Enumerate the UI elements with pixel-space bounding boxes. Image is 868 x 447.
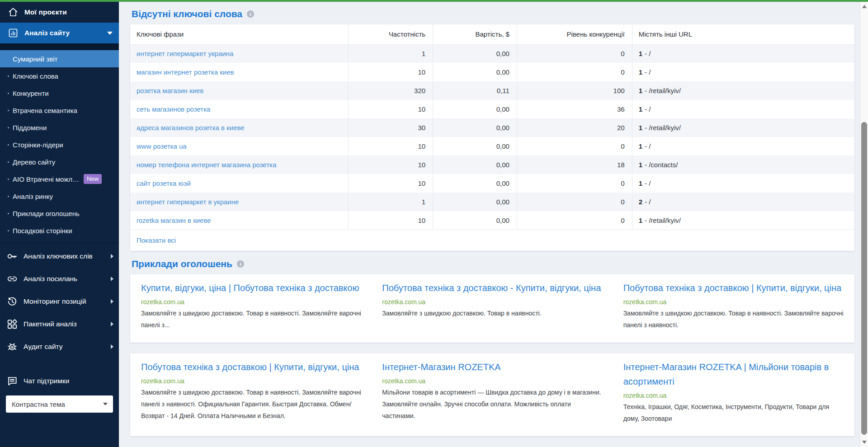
sidebar: Мої проєкти Аналіз сайту Сумарний звіт xyxy=(0,2,119,447)
url-path: - / xyxy=(645,68,651,76)
frequency-cell: 10 xyxy=(348,174,433,193)
ad-item: Інтернет-Магазин ROZETKA | Мільйони това… xyxy=(623,360,844,424)
table-row: сайт розетка юэй 10 0,00 0 1- / xyxy=(130,174,854,193)
keyword-link[interactable]: rozetka магазин в киеве xyxy=(137,216,211,224)
batch-grid-icon xyxy=(6,318,18,330)
col-header-other-urls: Містять інші URL xyxy=(632,24,854,44)
ads-card-row1: Купити, відгуки, ціна | Побутова техніка… xyxy=(130,274,854,343)
url-count: 1 xyxy=(639,142,642,150)
scroll-down-arrow-icon[interactable] xyxy=(862,441,867,444)
main-content: Відсутні ключові слова Ключові фрази Час… xyxy=(119,2,868,447)
urls-cell: 1- / xyxy=(632,44,854,63)
url-path: - /retail/kyiv/ xyxy=(645,216,681,224)
chevron-down-icon xyxy=(103,403,108,405)
info-icon[interactable] xyxy=(237,260,244,268)
ad-title-link[interactable]: Побутова техніка з доставкою | Купити, в… xyxy=(141,360,361,374)
submenu-item[interactable]: AIO Втрачені можл… New xyxy=(0,170,119,188)
competition-cell: 100 xyxy=(517,81,632,100)
sidebar-item-site-analysis[interactable]: Аналіз сайту xyxy=(0,23,119,43)
urls-cell: 1- /retail/kyiv/ xyxy=(632,118,854,137)
keyword-link[interactable]: магазин интернет розетка киев xyxy=(137,68,234,76)
sidebar-item-batch-analysis[interactable]: Пакетний аналіз xyxy=(0,313,119,335)
sidebar-item-label: Чат підтримки xyxy=(24,377,69,385)
ad-domain: rozetka.com.ua xyxy=(141,298,361,306)
bullet-icon xyxy=(8,161,9,163)
col-header-competition: Рівень конкуренції xyxy=(517,24,632,44)
ad-description: Техніка, Іграшки, Одяг, Косметика, Інстр… xyxy=(623,401,844,424)
keyword-link[interactable]: www розетка ua xyxy=(137,142,187,150)
keyword-link[interactable]: номер телефона интернет магазина розетка xyxy=(137,161,276,169)
url-count: 1 xyxy=(639,87,642,94)
home-icon xyxy=(8,7,19,18)
sidebar-item-keyword-analysis[interactable]: Аналіз ключових слів xyxy=(0,245,119,268)
keyword-link[interactable]: интернет гипермаркет в украине xyxy=(137,198,239,206)
submenu-item[interactable]: Аналіз ринку xyxy=(0,188,119,205)
keyword-link[interactable]: сайт розетка юэй xyxy=(137,179,191,187)
submenu-item[interactable]: Сторінки-лідери xyxy=(0,136,119,153)
sidebar-item-site-audit[interactable]: Аудит сайту xyxy=(0,335,119,358)
ad-title-link[interactable]: Інтернет-Магазин ROZETKA | Мільйони това… xyxy=(623,360,844,389)
competition-cell: 0 xyxy=(517,137,632,155)
competition-cell: 20 xyxy=(517,118,632,137)
theme-select[interactable]: Контрастна тема xyxy=(6,395,113,413)
submenu-item[interactable]: Дерево сайту xyxy=(0,153,119,170)
frequency-cell: 1 xyxy=(348,193,433,211)
keyword-link[interactable]: адреса магазинов розетка в киеве xyxy=(137,124,245,132)
submenu-item[interactable]: Сумарний звіт xyxy=(0,50,119,67)
col-header-cost: Вартість, $ xyxy=(433,24,517,44)
url-count: 1 xyxy=(639,179,642,187)
table-row: интернет гипермаркет украина 1 0,00 0 1-… xyxy=(130,44,854,63)
frequency-cell: 10 xyxy=(348,137,433,155)
sidebar-item-my-projects[interactable]: Мої проєкти xyxy=(0,2,119,23)
cost-cell: 0,00 xyxy=(433,174,517,193)
info-icon[interactable] xyxy=(247,10,254,18)
sidebar-item-rank-monitoring[interactable]: Моніторинг позицій xyxy=(0,290,119,313)
site-analysis-icon xyxy=(8,28,19,38)
submenu-item[interactable]: Конкуренти xyxy=(0,85,119,102)
urls-cell: 1- / xyxy=(632,137,854,155)
keyword-link[interactable]: розетка магазин киев xyxy=(137,87,203,94)
chevron-right-icon xyxy=(111,254,113,259)
phrase-cell: розетка магазин киев xyxy=(130,81,348,100)
keyword-link[interactable]: сеть магазинов розетка xyxy=(137,105,210,113)
url-count: 1 xyxy=(639,216,642,224)
table-row: магазин интернет розетка киев 10 0,00 0 … xyxy=(130,63,854,81)
cost-cell: 0,00 xyxy=(433,44,517,63)
url-count: 1 xyxy=(639,161,642,169)
urls-cell: 1- / xyxy=(632,174,854,193)
submenu-item[interactable]: Приклади оголошень xyxy=(0,205,119,222)
sidebar-item-label: Аналіз посилань xyxy=(24,275,77,283)
submenu-item[interactable]: Ключові слова xyxy=(0,67,119,85)
table-row: интернет гипермаркет в украине 1 0,00 0 … xyxy=(130,193,854,211)
ad-title-link[interactable]: Купити, відгуки, ціна | Побутова техніка… xyxy=(141,281,361,295)
ads-title-row: Приклади оголошень xyxy=(132,259,854,269)
ad-title-link[interactable]: Інтернет-Магазин ROZETKA xyxy=(382,360,602,374)
competition-cell: 0 xyxy=(517,211,632,230)
phrase-cell: сеть магазинов розетка xyxy=(130,100,348,118)
scroll-up-arrow-icon[interactable] xyxy=(862,5,867,8)
bullet-icon xyxy=(8,127,9,128)
submenu-item[interactable]: Піддомени xyxy=(0,119,119,136)
competition-cell: 0 xyxy=(517,174,632,193)
frequency-cell: 10 xyxy=(348,155,433,174)
sidebar-item-support-chat[interactable]: Чат підтримки xyxy=(0,370,119,392)
vertical-scrollbar xyxy=(860,2,868,447)
competition-cell: 0 xyxy=(517,44,632,63)
show-all-link[interactable]: Показати всі xyxy=(130,230,854,251)
scrollbar-thumb[interactable] xyxy=(861,122,867,435)
ad-description: Замовляйте з швидкою доставкою. Товар в … xyxy=(382,307,602,319)
keyword-link[interactable]: интернет гипермаркет украина xyxy=(137,50,233,57)
submenu-item-label: Посадкові сторінки xyxy=(13,227,72,235)
chevron-right-icon xyxy=(111,322,113,326)
ad-title-link[interactable]: Побутова техніка з доставкою | Купити, в… xyxy=(623,281,844,295)
submenu-item[interactable]: Втрачена семантика xyxy=(0,102,119,119)
submenu-item[interactable]: Посадкові сторінки xyxy=(0,222,119,239)
ad-title-link[interactable]: Побутова техніка з доставкою - Купити, в… xyxy=(382,281,602,295)
bullet-icon xyxy=(8,230,9,231)
col-header-phrases: Ключові фрази xyxy=(130,24,348,44)
table-row: адреса магазинов розетка в киеве 30 0,00… xyxy=(130,118,854,137)
ad-item: Побутова техніка з доставкою | Купити, в… xyxy=(141,360,361,424)
competition-cell: 0 xyxy=(517,63,632,81)
ad-item: Купити, відгуки, ціна | Побутова техніка… xyxy=(141,281,361,331)
sidebar-item-link-analysis[interactable]: Аналіз посилань xyxy=(0,268,119,290)
